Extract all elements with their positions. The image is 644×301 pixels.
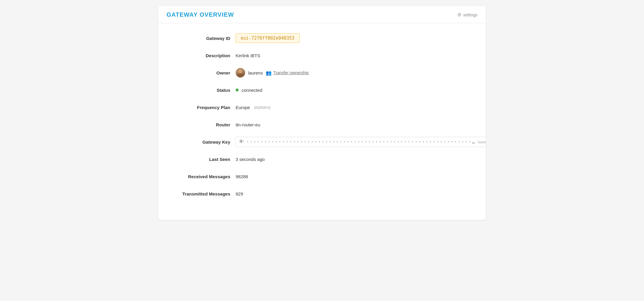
description-row: Description Kerlink iBTS (170, 50, 474, 61)
gateway-key-value: 👁 ······································… (236, 137, 486, 147)
status-label: Status (170, 88, 236, 93)
gateway-id-label: Gateway ID (170, 36, 236, 41)
status-dot (236, 89, 239, 91)
frequency-plan-region: Europe (236, 105, 250, 110)
last-seen-label: Last Seen (170, 157, 236, 162)
router-label: Router (170, 122, 236, 127)
transmitted-messages-value: 929 (236, 191, 243, 196)
router-value: ttn-router-eu (236, 122, 260, 127)
owner-name: laurens (248, 70, 263, 75)
page-header: GATEWAY OVERVIEW ⚙ settings (158, 6, 486, 23)
received-messages-label: Received Messages (170, 174, 236, 179)
router-row: Router ttn-router-eu (170, 119, 474, 130)
transfer-ownership-label: Transfer ownership (273, 70, 309, 75)
gateway-key-label: Gateway Key (170, 139, 236, 145)
frequency-plan-value: Europe 868MHz (236, 105, 271, 110)
received-messages-row: Received Messages 98288 (170, 171, 474, 182)
page-title: GATEWAY OVERVIEW (167, 11, 234, 18)
gateway-id-row: Gateway ID eui-7276ff002e040353 (170, 33, 474, 44)
description-label: Description (170, 53, 236, 58)
gateway-key-type: base64 (478, 140, 486, 144)
owner-value: laurens 👥 Transfer ownership (236, 68, 309, 77)
gear-icon: ⚙ (457, 12, 461, 18)
transfer-ownership-link[interactable]: 👥 Transfer ownership (266, 70, 309, 76)
received-messages-value: 98288 (236, 174, 248, 179)
transmitted-messages-label: Transmitted Messages (170, 191, 236, 196)
avatar (236, 68, 245, 77)
people-icon: 👥 (266, 70, 272, 76)
gateway-key-container: 👁 ······································… (236, 137, 486, 147)
description-value: Kerlink iBTS (236, 53, 260, 58)
status-row: Status connected (170, 85, 474, 95)
gateway-overview-card: GATEWAY OVERVIEW ⚙ settings Gateway ID e… (158, 6, 486, 220)
transmitted-messages-row: Transmitted Messages 929 (170, 188, 474, 199)
main-content: Gateway ID eui-7276ff002e040353 Descript… (158, 23, 486, 220)
status-text: connected (242, 88, 262, 93)
gateway-key-dots: ········································… (246, 139, 475, 145)
gateway-id-value: eui-7276ff002e040353 (236, 33, 300, 43)
status-value: connected (236, 88, 262, 93)
last-seen-row: Last Seen 3 seconds ago (170, 154, 474, 165)
avatar-image (236, 68, 245, 77)
eye-icon[interactable]: 👁 (239, 139, 244, 145)
owner-row: Owner laurens 👥 Transfer ownership (170, 67, 474, 78)
owner-label: Owner (170, 70, 236, 75)
settings-link[interactable]: ⚙ settings (457, 12, 477, 18)
gateway-id-badge: eui-7276ff002e040353 (236, 33, 300, 43)
gateway-key-row: Gateway Key 👁 ··························… (170, 136, 474, 147)
last-seen-value: 3 seconds ago (236, 157, 265, 162)
frequency-plan-mhz: 868MHz (254, 105, 271, 110)
frequency-plan-label: Frequency Plan (170, 105, 236, 110)
frequency-plan-row: Frequency Plan Europe 868MHz (170, 102, 474, 113)
settings-label: settings (463, 13, 477, 17)
